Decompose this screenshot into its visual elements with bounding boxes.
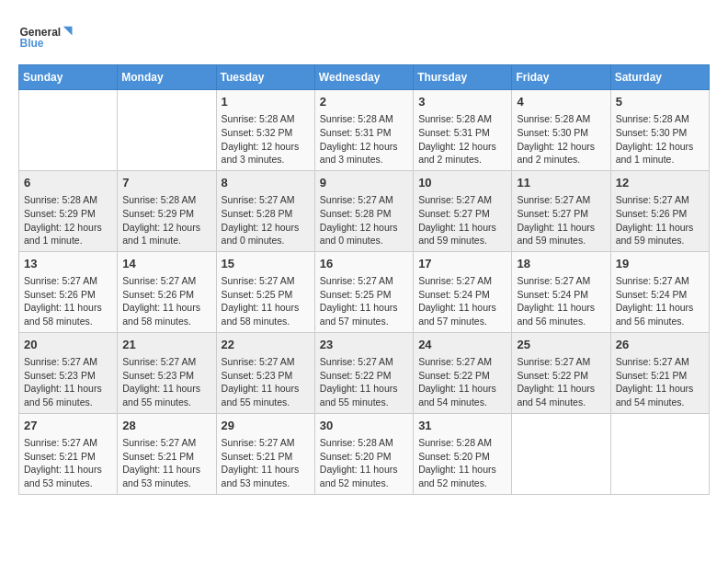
day-number: 1 xyxy=(222,94,310,110)
weekday-header: Monday xyxy=(118,65,216,90)
day-number: 25 xyxy=(517,337,605,353)
calendar-cell: 6Sunrise: 5:28 AM Sunset: 5:29 PM Daylig… xyxy=(19,170,118,251)
day-number: 16 xyxy=(320,256,408,272)
calendar-week-row: 27Sunrise: 5:27 AM Sunset: 5:21 PM Dayli… xyxy=(19,413,710,494)
logo-icon: GeneralBlue xyxy=(18,18,74,55)
calendar-cell: 23Sunrise: 5:27 AM Sunset: 5:22 PM Dayli… xyxy=(314,332,413,413)
calendar-cell: 8Sunrise: 5:27 AM Sunset: 5:28 PM Daylig… xyxy=(216,170,314,251)
day-number: 2 xyxy=(320,94,408,110)
day-number: 9 xyxy=(320,175,408,191)
calendar-cell: 21Sunrise: 5:27 AM Sunset: 5:23 PM Dayli… xyxy=(118,332,216,413)
calendar-cell: 5Sunrise: 5:28 AM Sunset: 5:30 PM Daylig… xyxy=(610,90,709,171)
day-number: 6 xyxy=(24,175,112,191)
weekday-header: Saturday xyxy=(610,65,709,90)
calendar-cell: 28Sunrise: 5:27 AM Sunset: 5:21 PM Dayli… xyxy=(118,413,216,494)
day-number: 29 xyxy=(222,418,310,434)
day-number: 12 xyxy=(616,175,704,191)
day-number: 13 xyxy=(24,256,112,272)
calendar-week-row: 6Sunrise: 5:28 AM Sunset: 5:29 PM Daylig… xyxy=(19,170,710,251)
weekday-header: Wednesday xyxy=(314,65,413,90)
calendar-table: SundayMondayTuesdayWednesdayThursdayFrid… xyxy=(18,64,710,495)
day-number: 3 xyxy=(418,94,506,110)
day-number: 14 xyxy=(122,256,210,272)
calendar-cell: 4Sunrise: 5:28 AM Sunset: 5:30 PM Daylig… xyxy=(512,90,610,171)
calendar-cell: 26Sunrise: 5:27 AM Sunset: 5:21 PM Dayli… xyxy=(610,332,709,413)
day-number: 21 xyxy=(122,337,210,353)
day-number: 5 xyxy=(616,94,704,110)
calendar-header-row: SundayMondayTuesdayWednesdayThursdayFrid… xyxy=(19,65,710,90)
calendar-cell: 27Sunrise: 5:27 AM Sunset: 5:21 PM Dayli… xyxy=(19,413,118,494)
day-number: 15 xyxy=(222,256,310,272)
calendar-cell xyxy=(610,413,709,494)
day-number: 10 xyxy=(418,175,506,191)
day-number: 30 xyxy=(320,418,408,434)
calendar-cell: 17Sunrise: 5:27 AM Sunset: 5:24 PM Dayli… xyxy=(414,251,512,332)
calendar-cell xyxy=(118,90,216,171)
day-number: 18 xyxy=(517,256,605,272)
svg-marker-2 xyxy=(63,27,73,36)
calendar-cell: 24Sunrise: 5:27 AM Sunset: 5:22 PM Dayli… xyxy=(414,332,512,413)
calendar-cell: 11Sunrise: 5:27 AM Sunset: 5:27 PM Dayli… xyxy=(512,170,610,251)
weekday-header: Friday xyxy=(512,65,610,90)
weekday-header: Thursday xyxy=(414,65,512,90)
day-number: 20 xyxy=(24,337,112,353)
svg-text:Blue: Blue xyxy=(20,37,44,50)
page-header: GeneralBlue xyxy=(18,18,710,55)
calendar-cell: 12Sunrise: 5:27 AM Sunset: 5:26 PM Dayli… xyxy=(610,170,709,251)
logo: GeneralBlue xyxy=(18,18,74,55)
calendar-cell: 25Sunrise: 5:27 AM Sunset: 5:22 PM Dayli… xyxy=(512,332,610,413)
day-number: 28 xyxy=(122,418,210,434)
calendar-cell: 3Sunrise: 5:28 AM Sunset: 5:31 PM Daylig… xyxy=(414,90,512,171)
calendar-cell: 31Sunrise: 5:28 AM Sunset: 5:20 PM Dayli… xyxy=(414,413,512,494)
day-number: 7 xyxy=(122,175,210,191)
day-number: 8 xyxy=(222,175,310,191)
day-number: 17 xyxy=(418,256,506,272)
day-number: 27 xyxy=(24,418,112,434)
calendar-cell: 1Sunrise: 5:28 AM Sunset: 5:32 PM Daylig… xyxy=(216,90,314,171)
svg-text:General: General xyxy=(20,26,62,39)
calendar-cell: 10Sunrise: 5:27 AM Sunset: 5:27 PM Dayli… xyxy=(414,170,512,251)
day-number: 23 xyxy=(320,337,408,353)
calendar-cell: 22Sunrise: 5:27 AM Sunset: 5:23 PM Dayli… xyxy=(216,332,314,413)
calendar-cell: 9Sunrise: 5:27 AM Sunset: 5:28 PM Daylig… xyxy=(314,170,413,251)
calendar-cell: 15Sunrise: 5:27 AM Sunset: 5:25 PM Dayli… xyxy=(216,251,314,332)
calendar-cell: 18Sunrise: 5:27 AM Sunset: 5:24 PM Dayli… xyxy=(512,251,610,332)
day-number: 11 xyxy=(517,175,605,191)
calendar-cell: 14Sunrise: 5:27 AM Sunset: 5:26 PM Dayli… xyxy=(118,251,216,332)
calendar-cell xyxy=(19,90,118,171)
calendar-week-row: 13Sunrise: 5:27 AM Sunset: 5:26 PM Dayli… xyxy=(19,251,710,332)
calendar-week-row: 20Sunrise: 5:27 AM Sunset: 5:23 PM Dayli… xyxy=(19,332,710,413)
calendar-cell: 30Sunrise: 5:28 AM Sunset: 5:20 PM Dayli… xyxy=(314,413,413,494)
day-number: 24 xyxy=(418,337,506,353)
day-number: 4 xyxy=(517,94,605,110)
day-number: 31 xyxy=(418,418,506,434)
calendar-cell xyxy=(512,413,610,494)
calendar-cell: 13Sunrise: 5:27 AM Sunset: 5:26 PM Dayli… xyxy=(19,251,118,332)
weekday-header: Tuesday xyxy=(216,65,314,90)
day-number: 22 xyxy=(222,337,310,353)
calendar-cell: 19Sunrise: 5:27 AM Sunset: 5:24 PM Dayli… xyxy=(610,251,709,332)
calendar-cell: 2Sunrise: 5:28 AM Sunset: 5:31 PM Daylig… xyxy=(314,90,413,171)
calendar-cell: 20Sunrise: 5:27 AM Sunset: 5:23 PM Dayli… xyxy=(19,332,118,413)
calendar-cell: 29Sunrise: 5:27 AM Sunset: 5:21 PM Dayli… xyxy=(216,413,314,494)
calendar-cell: 16Sunrise: 5:27 AM Sunset: 5:25 PM Dayli… xyxy=(314,251,413,332)
calendar-cell: 7Sunrise: 5:28 AM Sunset: 5:29 PM Daylig… xyxy=(118,170,216,251)
day-number: 19 xyxy=(616,256,704,272)
weekday-header: Sunday xyxy=(19,65,118,90)
calendar-week-row: 1Sunrise: 5:28 AM Sunset: 5:32 PM Daylig… xyxy=(19,90,710,171)
day-number: 26 xyxy=(616,337,704,353)
